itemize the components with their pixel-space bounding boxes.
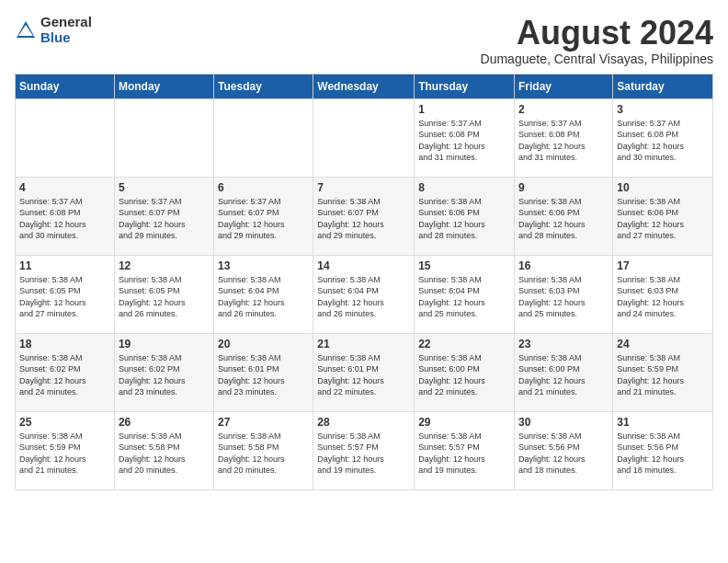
day-number: 2: [518, 103, 609, 116]
calendar-week-5: 25Sunrise: 5:38 AMSunset: 5:59 PMDayligh…: [16, 411, 713, 489]
calendar-week-4: 18Sunrise: 5:38 AMSunset: 6:02 PMDayligh…: [16, 333, 713, 411]
calendar-cell-w1-d6: 2Sunrise: 5:37 AMSunset: 6:08 PMDaylight…: [515, 98, 613, 177]
calendar-cell-w1-d3: [214, 98, 313, 177]
day-info: Sunrise: 5:37 AMSunset: 6:08 PMDaylight:…: [617, 118, 709, 164]
calendar-cell-w5-d5: 29Sunrise: 5:38 AMSunset: 5:57 PMDayligh…: [415, 411, 515, 489]
calendar-cell-w1-d7: 3Sunrise: 5:37 AMSunset: 6:08 PMDaylight…: [613, 98, 713, 177]
day-info: Sunrise: 5:37 AMSunset: 6:08 PMDaylight:…: [518, 118, 609, 164]
day-info: Sunrise: 5:38 AMSunset: 5:59 PMDaylight:…: [617, 352, 709, 398]
header-day-saturday: Saturday: [613, 74, 713, 98]
calendar-cell-w1-d4: [313, 98, 415, 177]
day-info: Sunrise: 5:38 AMSunset: 6:02 PMDaylight:…: [19, 352, 110, 398]
calendar-cell-w4-d4: 21Sunrise: 5:38 AMSunset: 6:01 PMDayligh…: [313, 333, 415, 411]
header-day-wednesday: Wednesday: [313, 74, 415, 98]
calendar-cell-w2-d2: 5Sunrise: 5:37 AMSunset: 6:07 PMDaylight…: [114, 177, 213, 255]
calendar-cell-w3-d7: 17Sunrise: 5:38 AMSunset: 6:03 PMDayligh…: [613, 255, 713, 333]
day-number: 14: [317, 259, 410, 272]
day-number: 9: [518, 181, 609, 194]
day-number: 17: [617, 259, 709, 272]
day-info: Sunrise: 5:38 AMSunset: 6:06 PMDaylight:…: [617, 196, 709, 242]
day-number: 22: [418, 338, 510, 350]
day-info: Sunrise: 5:38 AMSunset: 6:06 PMDaylight:…: [418, 196, 510, 242]
calendar-cell-w2-d6: 9Sunrise: 5:38 AMSunset: 6:06 PMDaylight…: [515, 177, 613, 255]
day-number: 15: [418, 259, 510, 272]
calendar-cell-w5-d2: 26Sunrise: 5:38 AMSunset: 5:58 PMDayligh…: [114, 411, 213, 489]
day-number: 10: [617, 181, 709, 194]
calendar-header: SundayMondayTuesdayWednesdayThursdayFrid…: [16, 74, 713, 98]
day-number: 28: [317, 416, 410, 429]
calendar-cell-w1-d5: 1Sunrise: 5:37 AMSunset: 6:08 PMDaylight…: [415, 98, 515, 177]
calendar-cell-w4-d2: 19Sunrise: 5:38 AMSunset: 6:02 PMDayligh…: [114, 333, 213, 411]
calendar-cell-w3-d5: 15Sunrise: 5:38 AMSunset: 6:04 PMDayligh…: [415, 255, 515, 333]
calendar-week-2: 4Sunrise: 5:37 AMSunset: 6:08 PMDaylight…: [16, 177, 713, 255]
logo-general: General: [40, 15, 92, 30]
day-info: Sunrise: 5:38 AMSunset: 6:01 PMDaylight:…: [317, 352, 410, 398]
day-info: Sunrise: 5:37 AMSunset: 6:07 PMDaylight:…: [218, 196, 309, 242]
calendar-cell-w2-d1: 4Sunrise: 5:37 AMSunset: 6:08 PMDaylight…: [16, 177, 115, 255]
day-number: 26: [119, 416, 210, 429]
day-number: 19: [119, 338, 210, 350]
day-info: Sunrise: 5:38 AMSunset: 6:05 PMDaylight:…: [19, 274, 110, 320]
day-info: Sunrise: 5:38 AMSunset: 6:04 PMDaylight:…: [418, 274, 510, 320]
day-number: 27: [218, 416, 309, 429]
day-info: Sunrise: 5:38 AMSunset: 6:04 PMDaylight:…: [218, 274, 309, 320]
calendar-cell-w5-d7: 31Sunrise: 5:38 AMSunset: 5:56 PMDayligh…: [613, 411, 713, 489]
day-info: Sunrise: 5:37 AMSunset: 6:07 PMDaylight:…: [119, 196, 210, 242]
day-info: Sunrise: 5:38 AMSunset: 5:56 PMDaylight:…: [617, 431, 709, 477]
calendar-body: 1Sunrise: 5:37 AMSunset: 6:08 PMDaylight…: [16, 98, 713, 489]
day-info: Sunrise: 5:38 AMSunset: 6:05 PMDaylight:…: [119, 274, 210, 320]
logo-blue: Blue: [40, 30, 92, 46]
day-info: Sunrise: 5:37 AMSunset: 6:08 PMDaylight:…: [19, 196, 110, 242]
header-day-thursday: Thursday: [415, 74, 515, 98]
calendar-week-3: 11Sunrise: 5:38 AMSunset: 6:05 PMDayligh…: [16, 255, 713, 333]
day-number: 21: [317, 338, 410, 350]
calendar-cell-w5-d1: 25Sunrise: 5:38 AMSunset: 5:59 PMDayligh…: [16, 411, 115, 489]
calendar-cell-w3-d4: 14Sunrise: 5:38 AMSunset: 6:04 PMDayligh…: [313, 255, 415, 333]
day-info: Sunrise: 5:38 AMSunset: 6:06 PMDaylight:…: [518, 196, 609, 242]
calendar-cell-w2-d4: 7Sunrise: 5:38 AMSunset: 6:07 PMDaylight…: [313, 177, 415, 255]
calendar-cell-w3-d1: 11Sunrise: 5:38 AMSunset: 6:05 PMDayligh…: [16, 255, 115, 333]
calendar-cell-w1-d1: [16, 98, 115, 177]
day-info: Sunrise: 5:37 AMSunset: 6:08 PMDaylight:…: [418, 118, 510, 164]
calendar-cell-w4-d7: 24Sunrise: 5:38 AMSunset: 5:59 PMDayligh…: [613, 333, 713, 411]
calendar-cell-w5-d4: 28Sunrise: 5:38 AMSunset: 5:57 PMDayligh…: [313, 411, 415, 489]
header-day-monday: Monday: [114, 74, 213, 98]
day-info: Sunrise: 5:38 AMSunset: 5:57 PMDaylight:…: [317, 431, 410, 477]
day-number: 13: [218, 259, 309, 272]
calendar-cell-w2-d5: 8Sunrise: 5:38 AMSunset: 6:06 PMDaylight…: [415, 177, 515, 255]
day-number: 11: [19, 259, 110, 272]
calendar-cell-w4-d5: 22Sunrise: 5:38 AMSunset: 6:00 PMDayligh…: [415, 333, 515, 411]
day-info: Sunrise: 5:38 AMSunset: 6:01 PMDaylight:…: [218, 352, 309, 398]
day-info: Sunrise: 5:38 AMSunset: 6:07 PMDaylight:…: [317, 196, 410, 242]
page-header: General Blue August 2024 Dumaguete, Cent…: [15, 15, 713, 66]
header-row: SundayMondayTuesdayWednesdayThursdayFrid…: [16, 74, 713, 98]
calendar-cell-w2-d3: 6Sunrise: 5:37 AMSunset: 6:07 PMDaylight…: [214, 177, 313, 255]
day-number: 7: [317, 181, 410, 194]
day-number: 23: [518, 338, 609, 350]
calendar-cell-w4-d3: 20Sunrise: 5:38 AMSunset: 6:01 PMDayligh…: [214, 333, 313, 411]
header-day-tuesday: Tuesday: [214, 74, 313, 98]
day-number: 20: [218, 338, 309, 350]
calendar-cell-w3-d2: 12Sunrise: 5:38 AMSunset: 6:05 PMDayligh…: [114, 255, 213, 333]
day-number: 4: [19, 181, 110, 194]
calendar-week-1: 1Sunrise: 5:37 AMSunset: 6:08 PMDaylight…: [16, 98, 713, 177]
calendar-cell-w4-d1: 18Sunrise: 5:38 AMSunset: 6:02 PMDayligh…: [16, 333, 115, 411]
calendar-cell-w3-d6: 16Sunrise: 5:38 AMSunset: 6:03 PMDayligh…: [515, 255, 613, 333]
logo-text: General Blue: [40, 15, 92, 45]
day-number: 5: [119, 181, 210, 194]
day-info: Sunrise: 5:38 AMSunset: 5:58 PMDaylight:…: [218, 431, 309, 477]
calendar-table: SundayMondayTuesdayWednesdayThursdayFrid…: [15, 74, 713, 490]
calendar-cell-w3-d3: 13Sunrise: 5:38 AMSunset: 6:04 PMDayligh…: [214, 255, 313, 333]
day-info: Sunrise: 5:38 AMSunset: 5:57 PMDaylight:…: [418, 431, 510, 477]
day-number: 29: [418, 416, 510, 429]
day-info: Sunrise: 5:38 AMSunset: 5:59 PMDaylight:…: [19, 431, 110, 477]
logo-icon: [15, 19, 37, 41]
calendar-cell-w4-d6: 23Sunrise: 5:38 AMSunset: 6:00 PMDayligh…: [515, 333, 613, 411]
day-info: Sunrise: 5:38 AMSunset: 5:58 PMDaylight:…: [119, 431, 210, 477]
month-year-title: August 2024: [481, 15, 713, 52]
day-number: 24: [617, 338, 709, 350]
day-number: 30: [518, 416, 609, 429]
day-info: Sunrise: 5:38 AMSunset: 6:00 PMDaylight:…: [518, 352, 609, 398]
day-number: 18: [19, 338, 110, 350]
header-day-friday: Friday: [515, 74, 613, 98]
